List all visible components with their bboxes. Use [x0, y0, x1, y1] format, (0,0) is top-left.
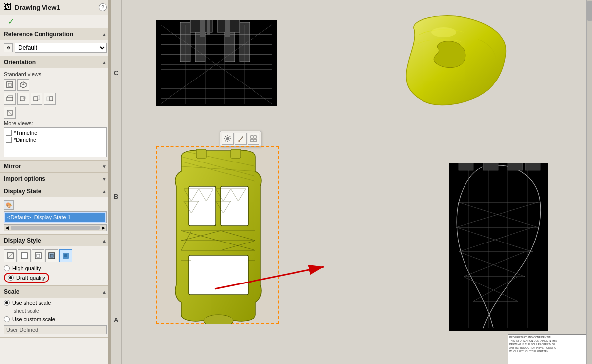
display-style-label: Display Style — [4, 237, 41, 244]
view-top-right[interactable] — [399, 10, 518, 128]
main-drawing-area: C B A — [111, 0, 592, 364]
use-sheet-scale-label: Use sheet scale — [12, 300, 51, 306]
view-icons-row3 — [4, 107, 107, 119]
high-quality-radio[interactable] — [4, 265, 10, 271]
display-state-icon: 🎨 — [4, 200, 14, 210]
scale-content: Use sheet scale sheet scale Use custom s… — [0, 298, 111, 337]
display-style-header[interactable]: Display Style ▲ — [0, 235, 111, 246]
reference-config-header[interactable]: Reference Configuration ▲ — [0, 28, 111, 40]
reference-config-section: Reference Configuration ▲ ⚙ Default — [0, 28, 111, 56]
orientation-chevron: ▲ — [102, 60, 107, 65]
style-wireframe-btn[interactable] — [4, 249, 17, 262]
display-style-section: Display Style ▲ — [0, 235, 111, 286]
toolbar-btn-gear[interactable] — [222, 133, 234, 145]
scroll-right-arrow[interactable]: ▶ — [101, 225, 106, 230]
use-sheet-scale-radio[interactable] — [4, 300, 10, 306]
scrollbar-thumb-main — [587, 1, 592, 21]
trimetric-checkbox[interactable] — [6, 130, 12, 136]
view-center-selected[interactable] — [156, 146, 279, 324]
view-isometric-btn[interactable] — [17, 79, 29, 91]
scale-header[interactable]: Scale ▲ — [0, 286, 111, 298]
mirror-header[interactable]: Mirror ▼ — [0, 161, 111, 172]
toolbar-btn-grid[interactable] — [248, 133, 259, 145]
reference-config-select[interactable]: Default — [15, 43, 107, 53]
view-top-btn[interactable] — [4, 93, 16, 105]
grid-line-v1 — [121, 0, 122, 364]
reference-config-label: Reference Configuration — [4, 31, 73, 38]
display-state-chevron: ▲ — [102, 189, 107, 194]
svg-point-79 — [204, 315, 233, 324]
scroll-left-arrow[interactable]: ◀ — [4, 225, 10, 230]
scale-chevron: ▲ — [102, 289, 107, 295]
svg-rect-60 — [189, 186, 216, 226]
display-style-content: High quality Draft quality — [0, 246, 111, 285]
dimetric-label: *Dimetric — [14, 137, 36, 143]
view-front-btn[interactable] — [4, 79, 16, 91]
import-options-section: Import options ▼ — [0, 173, 111, 185]
svg-rect-51 — [225, 20, 230, 37]
use-custom-scale-option[interactable]: Use custom scale — [4, 316, 107, 322]
view-bottom-right[interactable] — [449, 163, 548, 331]
toolbar-btn-brush[interactable] — [235, 133, 247, 145]
row-label-a: A — [114, 316, 118, 324]
title-block-text: PROPRIETARY AND CONFIDENTIAL THIS INFORM… — [509, 336, 591, 353]
svg-rect-58 — [251, 139, 253, 142]
style-hidden-removed-btn[interactable] — [32, 249, 44, 262]
svg-rect-77 — [196, 149, 206, 158]
more-views-item-trimetric[interactable]: *Trimetric — [6, 129, 105, 136]
orientation-content: Standard views: — [0, 68, 111, 160]
use-custom-scale-label: Use custom scale — [12, 316, 55, 322]
display-state-item-0[interactable]: <Default>_Display State 1 — [5, 213, 105, 222]
use-sheet-scale-option[interactable]: Use sheet scale — [4, 300, 107, 306]
svg-rect-52 — [207, 20, 210, 35]
svg-line-4 — [20, 83, 23, 85]
grid-line-h1 — [111, 121, 592, 121]
high-quality-option[interactable]: High quality — [4, 265, 107, 271]
user-defined-input[interactable]: User Defined — [4, 325, 107, 334]
confirm-checkmark[interactable]: ✓ — [4, 15, 18, 28]
style-shaded-btn[interactable] — [59, 249, 72, 262]
orientation-header[interactable]: Orientation ▲ — [0, 56, 111, 68]
help-button[interactable]: ? — [99, 3, 107, 11]
view-top-left[interactable] — [156, 20, 277, 106]
main-scrollbar[interactable] — [586, 0, 592, 364]
more-views-item-dimetric[interactable]: *Dimetric — [6, 136, 105, 143]
drawing-canvas[interactable]: C B A — [111, 0, 592, 364]
draft-quality-radio[interactable] — [8, 275, 14, 281]
svg-rect-6 — [7, 97, 13, 101]
panel-title: Drawing View1 — [15, 4, 96, 11]
svg-rect-61 — [221, 186, 248, 226]
quality-radio-group: High quality Draft quality — [4, 265, 107, 283]
standard-views-label: Standard views: — [4, 71, 107, 77]
draft-quality-label: Draft quality — [16, 275, 45, 281]
view-bottom-btn[interactable] — [17, 93, 29, 105]
draft-quality-option[interactable]: Draft quality — [4, 273, 107, 283]
title-block: PROPRIETARY AND CONFIDENTIAL THIS INFORM… — [508, 334, 592, 364]
orientation-label: Orientation — [4, 59, 36, 66]
style-shaded-edges-btn[interactable] — [45, 249, 58, 262]
svg-rect-59 — [254, 139, 256, 142]
view-right-btn[interactable] — [44, 93, 56, 105]
svg-rect-109 — [525, 163, 540, 170]
display-state-scrollbar[interactable]: ◀ ▶ — [4, 224, 107, 231]
display-style-icon-row — [4, 249, 107, 262]
mirror-section: Mirror ▼ — [0, 161, 111, 173]
mirror-chevron: ▼ — [102, 164, 107, 169]
use-custom-scale-radio[interactable] — [4, 316, 10, 322]
view-toolbar — [220, 131, 261, 147]
mirror-label: Mirror — [4, 163, 21, 170]
high-quality-label: High quality — [12, 265, 41, 271]
dimetric-checkbox[interactable] — [6, 137, 12, 143]
display-state-header[interactable]: Display State ▲ — [0, 185, 111, 197]
scale-section: Scale ▲ Use sheet scale sheet scale Use … — [0, 286, 111, 338]
style-hidden-visible-btn[interactable] — [18, 249, 31, 262]
panel-scroll: Reference Configuration ▲ ⚙ Default Orie… — [0, 28, 111, 364]
import-options-header[interactable]: Import options ▼ — [0, 173, 111, 185]
view-back-btn[interactable] — [4, 107, 16, 119]
panel-resize-handle[interactable] — [108, 0, 111, 364]
svg-rect-78 — [231, 149, 241, 158]
view-left-btn[interactable] — [31, 93, 42, 105]
svg-rect-29 — [64, 254, 67, 257]
scale-label: Scale — [4, 288, 19, 295]
display-style-chevron: ▲ — [102, 238, 107, 243]
